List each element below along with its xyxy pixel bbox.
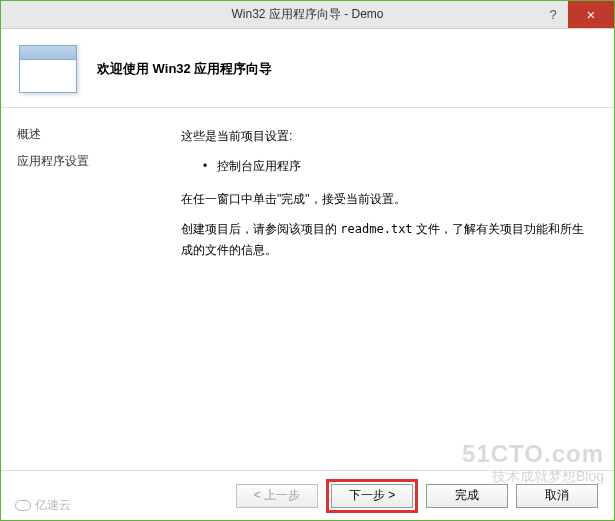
instruction-finish: 在任一窗口中单击"完成"，接受当前设置。: [181, 189, 592, 209]
body: 概述 应用程序设置 这些是当前项目设置: 控制台应用程序 在任一窗口中单击"完成…: [1, 108, 614, 469]
cloud-icon: [15, 500, 31, 511]
watermark-yisu: 亿速云: [15, 497, 71, 514]
window-title: Win32 应用程序向导 - Demo: [1, 6, 614, 23]
instruction-readme: 创建项目后，请参阅该项目的 readme.txt 文件，了解有关项目功能和所生成…: [181, 219, 592, 260]
header-title: 欢迎使用 Win32 应用程序向导: [97, 60, 272, 78]
next-highlight: 下一步 >: [326, 479, 418, 513]
sidebar-item-overview[interactable]: 概述: [17, 126, 155, 143]
content: 这些是当前项目设置: 控制台应用程序 在任一窗口中单击"完成"，接受当前设置。 …: [171, 108, 614, 469]
cancel-button[interactable]: 取消: [516, 484, 598, 508]
next-button[interactable]: 下一步 >: [331, 484, 413, 508]
settings-intro: 这些是当前项目设置:: [181, 126, 592, 146]
settings-list: 控制台应用程序: [181, 156, 592, 176]
wizard-icon: [19, 45, 77, 93]
finish-button[interactable]: 完成: [426, 484, 508, 508]
sidebar-item-app-settings[interactable]: 应用程序设置: [17, 153, 155, 170]
titlebar: Win32 应用程序向导 - Demo ? ×: [1, 1, 614, 29]
setting-console-app: 控制台应用程序: [181, 156, 592, 176]
sidebar: 概述 应用程序设置: [1, 108, 171, 469]
close-button[interactable]: ×: [568, 1, 614, 28]
readme-filename: readme.txt: [340, 222, 412, 236]
footer: < 上一步 下一步 > 完成 取消: [1, 470, 614, 520]
titlebar-controls: ? ×: [538, 1, 614, 28]
wizard-window: Win32 应用程序向导 - Demo ? × 欢迎使用 Win32 应用程序向…: [0, 0, 615, 521]
header: 欢迎使用 Win32 应用程序向导: [1, 29, 614, 108]
prev-button: < 上一步: [236, 484, 318, 508]
watermark-51cto: 51CTO.com: [462, 440, 604, 468]
help-button[interactable]: ?: [538, 1, 568, 28]
